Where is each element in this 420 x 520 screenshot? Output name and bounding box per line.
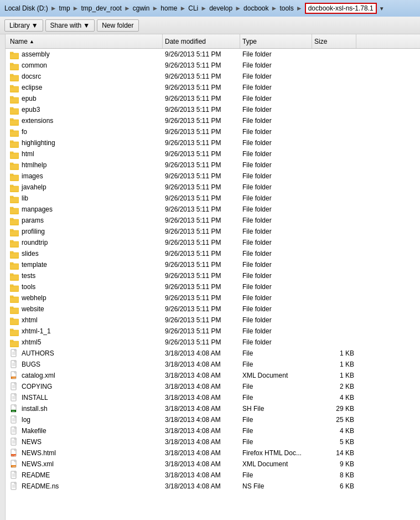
- file-row[interactable]: XML NEWS.xml 3/18/2013 4:08 AM XML Docum…: [6, 459, 420, 470]
- file-row[interactable]: assembly 9/26/2013 5:11 PM File folder: [6, 49, 420, 60]
- file-row[interactable]: params 9/26/2013 5:11 PM File folder: [6, 215, 420, 226]
- file-row[interactable]: README 3/18/2013 4:08 AM File 8 KB: [6, 470, 420, 481]
- file-row[interactable]: Makefile 3/18/2013 4:08 AM File 4 KB: [6, 425, 420, 436]
- file-date: 9/26/2013 5:11 PM: [165, 239, 221, 246]
- file-date: 3/18/2013 4:08 AM: [165, 372, 221, 379]
- folder-icon: [10, 151, 19, 158]
- breadcrumb-home[interactable]: home: [160, 4, 177, 12]
- file-extra-cell: [356, 259, 418, 270]
- file-row[interactable]: epub 9/26/2013 5:11 PM File folder: [6, 93, 420, 104]
- file-extra-cell: [356, 93, 418, 104]
- file-type-cell: File folder: [240, 315, 312, 326]
- file-row[interactable]: html 9/26/2013 5:11 PM File folder: [6, 148, 420, 159]
- new-folder-button[interactable]: New folder: [97, 19, 138, 32]
- breadcrumb[interactable]: Local Disk (D:) ► tmp ► tmp_dev_root ► c…: [4, 3, 416, 14]
- file-row[interactable]: README.ns 3/18/2013 4:08 AM NS File 6 KB: [6, 481, 420, 492]
- breadcrumb-tools[interactable]: tools: [279, 4, 293, 12]
- file-row[interactable]: webhelp 9/26/2013 5:11 PM File folder: [6, 292, 420, 303]
- date-column-header[interactable]: Date modified: [163, 34, 240, 48]
- file-row[interactable]: BUGS 3/18/2013 4:08 AM File 1 KB: [6, 359, 420, 370]
- file-name: epub: [22, 95, 37, 102]
- breadcrumb-current[interactable]: docbook-xsl-ns-1.78.1: [305, 3, 377, 14]
- file-extra-cell: [356, 182, 418, 193]
- file-size-cell: [312, 49, 356, 60]
- file-date: 3/18/2013 4:08 AM: [165, 460, 221, 468]
- file-name-cell: htmlhelp: [8, 159, 163, 171]
- file-name: images: [22, 172, 43, 180]
- file-type-cell: File folder: [240, 93, 312, 104]
- name-column-header[interactable]: Name ▲: [8, 34, 163, 48]
- file-type: XML Document: [242, 460, 288, 468]
- file-row[interactable]: AUTHORS 3/18/2013 4:08 AM File 1 KB: [6, 348, 420, 359]
- file-type-cell: File folder: [240, 182, 312, 193]
- file-date: 9/26/2013 5:11 PM: [165, 205, 221, 213]
- file-row[interactable]: eclipse 9/26/2013 5:11 PM File folder: [6, 82, 420, 93]
- file-row[interactable]: tools 9/26/2013 5:11 PM File folder: [6, 281, 420, 292]
- file-row[interactable]: xhtml5 9/26/2013 5:11 PM File folder: [6, 337, 420, 348]
- library-button[interactable]: Library ▼: [4, 19, 43, 32]
- file-row[interactable]: template 9/26/2013 5:11 PM File folder: [6, 259, 420, 270]
- file-row[interactable]: slides 9/26/2013 5:11 PM File folder: [6, 248, 420, 259]
- file-row[interactable]: extensions 9/26/2013 5:11 PM File folder: [6, 115, 420, 126]
- file-row[interactable]: docsrc 9/26/2013 5:11 PM File folder: [6, 71, 420, 82]
- file-row[interactable]: INSTALL 3/18/2013 4:08 AM File 4 KB: [6, 392, 420, 403]
- file-row[interactable]: website 9/26/2013 5:11 PM File folder: [6, 303, 420, 315]
- file-name-cell: common: [8, 60, 163, 71]
- file-row[interactable]: lib 9/26/2013 5:11 PM File folder: [6, 193, 420, 204]
- breadcrumb-dropdown-arrow[interactable]: ▼: [379, 6, 385, 12]
- share-with-button[interactable]: Share with ▼: [45, 19, 95, 32]
- breadcrumb-cli[interactable]: CLi: [188, 4, 198, 12]
- size-column-header[interactable]: Size: [312, 34, 356, 48]
- file-date-cell: 9/26/2013 5:11 PM: [163, 82, 240, 93]
- file-type-cell: File folder: [240, 226, 312, 237]
- file-name: catalog.xml: [22, 372, 55, 379]
- file-row[interactable]: xhtml-1_1 9/26/2013 5:11 PM File folder: [6, 326, 420, 337]
- file-row[interactable]: COPYING 3/18/2013 4:08 AM File 2 KB: [6, 381, 420, 392]
- file-name-cell: javahelp: [8, 182, 163, 193]
- file-name-cell: webhelp: [8, 292, 163, 303]
- file-row[interactable]: HTML NEWS.html 3/18/2013 4:08 AM Firefox…: [6, 447, 420, 459]
- file-row[interactable]: XML catalog.xml 3/18/2013 4:08 AM XML Do…: [6, 370, 420, 381]
- file-row[interactable]: tests 9/26/2013 5:11 PM File folder: [6, 270, 420, 281]
- file-size: 4 KB: [340, 427, 354, 435]
- file-row[interactable]: manpages 9/26/2013 5:11 PM File folder: [6, 204, 420, 215]
- file-row[interactable]: profiling 9/26/2013 5:11 PM File folder: [6, 226, 420, 237]
- file-name: fo: [22, 128, 27, 136]
- svg-rect-38: [10, 131, 19, 136]
- file-row[interactable]: highlighting 9/26/2013 5:11 PM File fold…: [6, 137, 420, 148]
- file-type: File folder: [242, 172, 272, 180]
- file-type-cell: File folder: [240, 104, 312, 115]
- file-icon: [10, 482, 19, 491]
- type-column-header[interactable]: Type: [240, 34, 312, 48]
- file-row[interactable]: roundtrip 9/26/2013 5:11 PM File folder: [6, 237, 420, 248]
- file-date-cell: 3/18/2013 4:08 AM: [163, 392, 240, 403]
- breadcrumb-cgwin[interactable]: cgwin: [133, 4, 150, 12]
- folder-icon: [10, 184, 19, 191]
- file-type-cell: Firefox HTML Doc...: [240, 447, 312, 459]
- breadcrumb-docbook[interactable]: docbook: [243, 4, 268, 12]
- file-row[interactable]: SH install.sh 3/18/2013 4:08 AM SH File …: [6, 403, 420, 414]
- svg-rect-48: [10, 153, 19, 158]
- breadcrumb-tmp[interactable]: tmp: [59, 4, 70, 12]
- file-date: 9/26/2013 5:11 PM: [165, 305, 221, 313]
- svg-rect-33: [10, 120, 19, 125]
- file-row[interactable]: log 3/18/2013 4:08 AM File 25 KB: [6, 414, 420, 425]
- file-row[interactable]: NEWS 3/18/2013 4:08 AM File 5 KB: [6, 436, 420, 447]
- file-row[interactable]: images 9/26/2013 5:11 PM File folder: [6, 171, 420, 182]
- file-row[interactable]: xhtml 9/26/2013 5:11 PM File folder: [6, 315, 420, 326]
- file-row[interactable]: fo 9/26/2013 5:11 PM File folder: [6, 126, 420, 137]
- file-row[interactable]: javahelp 9/26/2013 5:11 PM File folder: [6, 182, 420, 193]
- file-row[interactable]: common 9/26/2013 5:11 PM File folder: [6, 60, 420, 71]
- svg-rect-44: [10, 141, 13, 142]
- svg-rect-4: [10, 52, 13, 54]
- file-type: XML Document: [242, 372, 288, 379]
- breadcrumb-local-disk[interactable]: Local Disk (D:): [4, 4, 48, 12]
- file-row[interactable]: htmlhelp 9/26/2013 5:11 PM File folder: [6, 159, 420, 171]
- file-row[interactable]: epub3 9/26/2013 5:11 PM File folder: [6, 104, 420, 115]
- breadcrumb-develop[interactable]: develop: [209, 4, 232, 12]
- file-size-cell: [312, 204, 356, 215]
- svg-rect-23: [10, 97, 19, 103]
- file-type-cell: File folder: [240, 270, 312, 281]
- file-size: 6 KB: [340, 482, 354, 490]
- breadcrumb-tmp-dev-root[interactable]: tmp_dev_root: [81, 4, 121, 12]
